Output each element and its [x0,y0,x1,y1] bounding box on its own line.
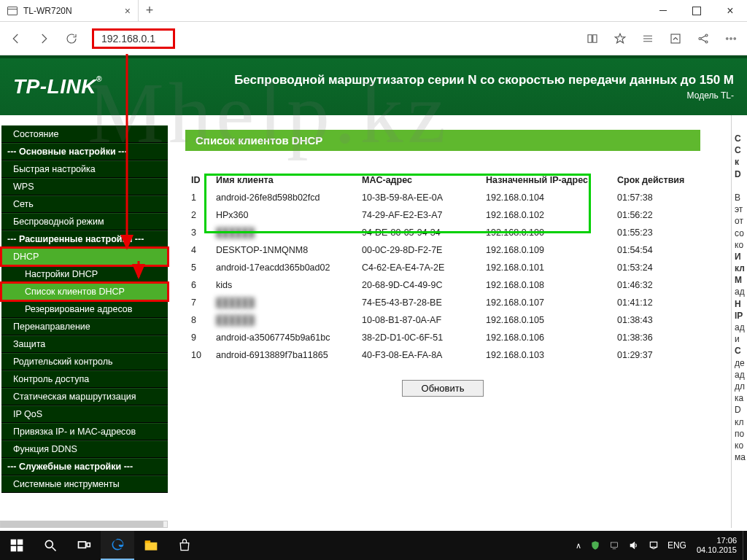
cell-id: 10 [185,346,210,364]
svg-point-6 [734,37,735,39]
cell-lease: 01:54:54 [611,241,700,259]
file-explorer-icon[interactable] [134,531,168,560]
window-minimize-button[interactable] [646,0,680,21]
cell-name: ██████ [210,224,356,241]
browser-toolbar: 192.168.0.1 [0,22,747,55]
cell-id: 6 [185,276,210,294]
browser-tab[interactable]: TL-WR720N × [0,0,139,21]
address-bar[interactable]: 192.168.0.1 [92,28,175,50]
nav-header-basic: --- Основные настройки --- [1,143,168,160]
favorite-icon[interactable] [613,31,627,46]
forward-button[interactable] [36,31,51,46]
cell-lease: 01:46:32 [611,276,700,294]
cell-lease: 01:55:23 [611,224,700,241]
new-tab-button[interactable]: + [139,0,160,21]
router-header: TP-LINK® Беспроводной маршрутизатор сери… [0,55,747,115]
nav-static-routing[interactable]: Статическая маршрутизация [1,388,168,405]
main-content: Список клиентов DHCP ID Имя клиента MAC-… [169,115,731,528]
cell-mac: 10-08-B1-87-0A-AF [356,311,480,329]
tab-close-icon[interactable]: × [125,5,131,17]
cell-id: 7 [185,294,210,311]
cell-mac: 20-68-9D-C4-49-9C [356,276,480,294]
cell-mac: 74-29-AF-E2-E3-A7 [356,206,480,224]
cell-lease: 01:57:38 [611,189,700,206]
cell-ip: 192.168.0.109 [480,241,611,259]
table-row: 4DESKTOP-1NMQNM800-0C-29-8D-F2-7E192.168… [185,241,700,259]
nav-ip-mac-binding[interactable]: Привязка IP- и MAC-адресов [1,423,168,440]
window-close-button[interactable]: × [713,0,747,21]
col-mac: MAC-адрес [356,171,480,189]
cell-name: android-a35067745b9a61bc [210,329,356,346]
cell-id: 2 [185,206,210,224]
tray-language[interactable]: ENG [667,540,686,551]
cell-name: ██████ [210,311,356,329]
nav-parental[interactable]: Родительский контроль [1,353,168,370]
refresh-button[interactable] [64,31,79,46]
nav-wps[interactable]: WPS [1,178,168,195]
cell-ip: 192.168.0.108 [480,276,611,294]
cell-name: android-17eacdd365b0ad02 [210,259,356,276]
nav-forwarding[interactable]: Перенаправление [1,318,168,335]
cell-mac: 38-2D-D1-0C-6F-51 [356,329,480,346]
nav-wireless[interactable]: Беспроводной режим [1,213,168,230]
table-row: 7██████74-E5-43-B7-28-BE192.168.0.10701:… [185,294,700,311]
cell-lease: 01:41:12 [611,294,700,311]
nav-network[interactable]: Сеть [1,195,168,213]
table-row: 2HPx36074-29-AF-E2-E3-A7192.168.0.10201:… [185,206,700,224]
cell-id: 1 [185,189,210,206]
nav-access-control[interactable]: Контроль доступа [1,370,168,388]
svg-rect-21 [650,542,657,547]
webnote-icon[interactable] [668,31,683,46]
start-button[interactable] [0,531,34,560]
cell-ip: 192.168.0.103 [480,346,611,364]
nav-status[interactable]: Состояние [1,125,168,143]
nav-dhcp-clients[interactable]: Список клиентов DHCP [1,283,168,300]
cell-lease: 01:38:43 [611,311,700,329]
col-lease: Срок действия [611,171,700,189]
col-id: ID [185,171,210,189]
refresh-button[interactable]: Обновить [402,380,484,397]
share-icon[interactable] [696,31,711,46]
cell-ip: 192.168.0.100 [480,224,611,241]
tray-volume-icon[interactable] [628,540,640,551]
nav-dhcp-reserve[interactable]: Резервирование адресов [1,300,168,318]
svg-rect-10 [18,540,23,545]
taskbar-clock[interactable]: 17:06 04.10.2015 [691,536,743,554]
more-icon[interactable] [724,31,738,46]
tray-network-icon[interactable] [609,540,619,551]
edge-taskbar-icon[interactable] [101,531,134,560]
page-icon [7,7,18,15]
svg-rect-19 [611,542,617,547]
nav-dhcp-settings[interactable]: Настройки DHCP [1,265,168,283]
tray-notification-icon[interactable] [649,540,659,551]
table-row: 5android-17eacdd365b0ad02C4-62-EA-E4-7A-… [185,259,700,276]
nav-ddns[interactable]: Функция DDNS [1,440,168,458]
back-button[interactable] [9,31,23,46]
search-icon[interactable] [34,531,67,560]
svg-rect-0 [671,34,680,43]
reading-view-icon[interactable] [585,31,600,46]
nav-ip-qos[interactable]: IP QoS [1,405,168,423]
hub-icon[interactable] [640,31,655,46]
store-icon[interactable] [168,531,201,560]
nav-security[interactable]: Защита [1,335,168,353]
window-maximize-button[interactable] [680,0,713,21]
table-header-row: ID Имя клиента MAC-адрес Назначенный IP-… [185,171,700,189]
nav-system-tools[interactable]: Системные инструменты [1,475,168,493]
nav-quick-setup[interactable]: Быстрая настройка [1,160,168,178]
nav-dhcp[interactable]: DHCP [1,248,168,265]
tray-security-icon[interactable] [590,540,600,551]
sidebar-scrollbar[interactable] [0,521,168,528]
cell-mac: 10-3B-59-8A-EE-0A [356,189,480,206]
cell-ip: 192.168.0.101 [480,259,611,276]
cell-lease: 01:38:36 [611,329,700,346]
show-desktop-button[interactable] [743,531,747,560]
cell-lease: 01:56:22 [611,206,700,224]
taskview-icon[interactable] [67,531,101,560]
nav-header-service: --- Служебные настройки --- [1,458,168,475]
cell-name: android-26fe8d598b02fcd [210,189,356,206]
cell-ip: 192.168.0.106 [480,329,611,346]
cell-ip: 192.168.0.104 [480,189,611,206]
cell-name: HPx360 [210,206,356,224]
tray-chevron-icon[interactable]: ∧ [576,541,581,551]
